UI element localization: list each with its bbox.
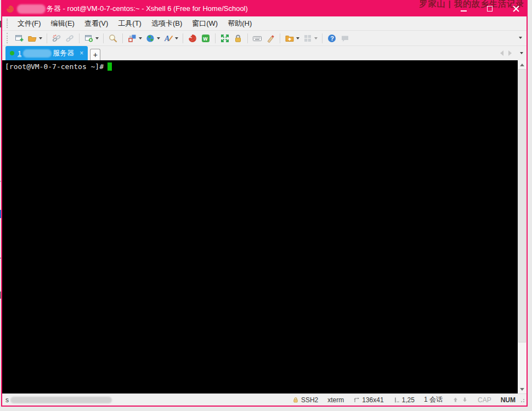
menu-edit[interactable]: 编辑(E): [46, 17, 80, 30]
xshell-spiral-icon: [188, 33, 197, 43]
menu-view[interactable]: 查看(V): [80, 17, 113, 30]
new-tab-button[interactable]: +: [90, 49, 100, 60]
tab-label: 服务器: [53, 48, 74, 58]
arrow-down-icon: [520, 388, 524, 391]
menu-tabs[interactable]: 选项卡(B): [146, 17, 187, 30]
fullscreen-button[interactable]: [218, 32, 231, 44]
arrow-up-icon: [520, 64, 524, 66]
close-button[interactable]: [510, 3, 522, 15]
redacted-status-text: [10, 397, 112, 403]
xshell-logo-icon: [5, 4, 15, 14]
menu-tools[interactable]: 工具(T): [113, 17, 146, 30]
pen-icon: [265, 33, 275, 43]
resize-icon: [353, 397, 360, 403]
toolbar-separator: [79, 33, 80, 43]
upload-arrow-icon[interactable]: [452, 396, 459, 403]
xshell-window: 务器 - root@VM-0-7-centos:~ - Xshell 6 (Fr…: [1, 0, 528, 407]
svg-text:?: ?: [330, 35, 334, 42]
status-protocol: SSH2: [292, 396, 318, 404]
toolbar-separator: [215, 33, 216, 43]
scrollbar-track[interactable]: [518, 342, 527, 385]
toolbar-grip[interactable]: [7, 33, 9, 43]
scroll-tabs-right-icon[interactable]: [508, 50, 512, 56]
status-terminal-type: xterm: [327, 396, 344, 404]
new-folder-button[interactable]: [283, 32, 301, 44]
layout-button[interactable]: [126, 32, 144, 44]
open-folder-icon: [27, 33, 37, 43]
globe-icon: [145, 33, 155, 43]
toolbar-separator: [322, 33, 322, 43]
vertical-scrollbar[interactable]: [518, 60, 527, 393]
toolbar-separator: [122, 33, 123, 43]
toolbar-separator: [47, 33, 47, 43]
reconnect-button[interactable]: [63, 32, 76, 44]
download-arrow-icon[interactable]: [461, 396, 468, 403]
disconnect-icon: [52, 33, 61, 43]
session-tab[interactable]: 1 服务器 ×: [5, 46, 88, 60]
toolbar-separator: [183, 33, 183, 43]
highlight-pen-button[interactable]: [264, 32, 277, 44]
scroll-tabs-left-icon[interactable]: [500, 50, 503, 56]
virtual-keyboard-button[interactable]: [251, 32, 264, 44]
tile-windows-button[interactable]: [301, 32, 319, 44]
menu-help[interactable]: 帮助(H): [223, 17, 257, 30]
chevron-down-icon: [175, 37, 178, 39]
connected-dot-icon: [10, 51, 14, 55]
xftp-transfer-button[interactable]: w: [199, 32, 212, 44]
new-session-button[interactable]: [13, 32, 26, 44]
tile-grid-icon: [303, 33, 313, 43]
tab-number: 1: [18, 49, 21, 58]
shell-prompt: [root@VM-0-7-centos ~]#: [5, 62, 104, 71]
find-button[interactable]: [106, 32, 120, 44]
font-icon: A: [163, 33, 173, 43]
chevron-down-icon: [139, 37, 142, 39]
font-button[interactable]: A: [162, 32, 180, 44]
window-title: 务器 - root@VM-0-7-centos:~ - Xshell 6 (Fr…: [47, 4, 248, 14]
session-properties-button[interactable]: [82, 32, 100, 44]
disconnect-button[interactable]: [50, 32, 63, 44]
status-session-count: 1 会话: [424, 395, 443, 404]
tab-list-dropdown[interactable]: [520, 52, 523, 54]
scrollbar-thumb[interactable]: [518, 69, 526, 342]
fullscreen-icon: [220, 33, 230, 43]
chevron-down-icon: [39, 37, 42, 39]
menu-bar: 文件(F) 编辑(E) 查看(V) 工具(T) 选项卡(B) 窗口(W) 帮助(…: [2, 16, 527, 31]
caret-position-icon: [393, 397, 400, 403]
tab-close-button[interactable]: ×: [80, 50, 83, 56]
scroll-down-button[interactable]: [518, 385, 527, 393]
toolbar-overflow-button[interactable]: [519, 37, 522, 39]
scroll-up-button[interactable]: [518, 60, 527, 69]
minimize-button[interactable]: [457, 3, 469, 15]
session-properties-icon: [84, 33, 94, 43]
menu-window[interactable]: 窗口(W): [187, 17, 223, 30]
xftp-icon: w: [201, 33, 211, 43]
encoding-button[interactable]: [144, 32, 162, 44]
redacted-tab-text: [23, 49, 52, 58]
menu-file[interactable]: 文件(F): [13, 17, 46, 30]
svg-text:A: A: [164, 35, 169, 43]
toolbar: A w: [2, 31, 527, 46]
xshell-button[interactable]: [186, 32, 199, 44]
help-button[interactable]: ?: [325, 32, 338, 44]
maximize-button[interactable]: [484, 3, 496, 15]
status-num-lock: NUM: [501, 396, 516, 404]
menubar-grip[interactable]: [7, 19, 9, 28]
speech-bubble-icon: [340, 33, 350, 43]
window-resize-grip[interactable]: [519, 397, 524, 402]
feedback-button[interactable]: [338, 32, 352, 44]
status-cursor-position: 1,25: [393, 396, 415, 404]
title-bar[interactable]: 务器 - root@VM-0-7-centos:~ - Xshell 6 (Fr…: [2, 1, 527, 16]
lock-screen-button[interactable]: [231, 32, 245, 44]
terminal-cursor: [107, 62, 112, 71]
toolbar-separator: [103, 33, 104, 43]
folder-plus-icon: [285, 33, 295, 43]
chevron-down-icon: [314, 37, 318, 39]
keyboard-icon: [252, 33, 262, 43]
toolbar-separator: [247, 33, 248, 43]
status-caps-lock: CAP: [478, 396, 491, 404]
terminal-screen[interactable]: [root@VM-0-7-centos ~]#: [2, 60, 518, 393]
chevron-down-icon: [95, 37, 99, 39]
open-session-button[interactable]: [26, 32, 44, 44]
maximize-icon: [487, 6, 493, 12]
chevron-down-icon: [296, 37, 299, 39]
